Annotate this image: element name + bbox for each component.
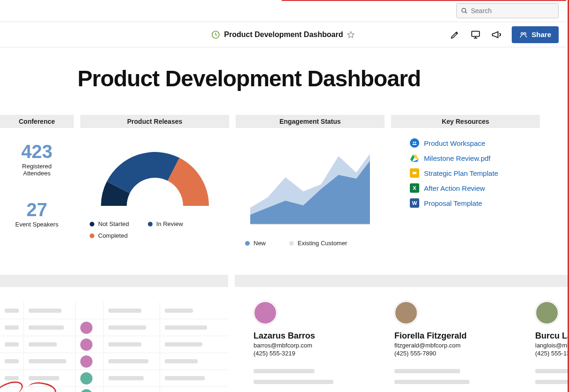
avatar	[535, 301, 559, 324]
panel-contacts: Lazarus Barros barros@mbfcorp.com (425) …	[235, 275, 569, 392]
dashboard-icon	[211, 30, 220, 39]
google-drive-icon	[410, 153, 419, 163]
announce-button[interactable]	[491, 30, 501, 40]
avatar	[80, 322, 92, 334]
card-conference: Conference 423 Registered Attendees 27 E…	[0, 115, 74, 247]
breadcrumb-title: Product Development Dashboard	[224, 30, 343, 39]
pencil-icon	[450, 30, 460, 39]
legend-in-review: In Review	[148, 220, 183, 227]
svg-line-1	[465, 12, 467, 13]
svg-point-7	[521, 32, 523, 35]
share-button[interactable]: Share	[512, 26, 559, 43]
contact-email: langlois@mbfcorp.com	[535, 342, 569, 349]
table-row[interactable]	[0, 336, 228, 353]
panel-contacts-header	[235, 275, 569, 287]
stat-event-speakers-value: 27	[0, 200, 74, 219]
search-icon	[461, 7, 468, 15]
card-header-releases: Product Releases	[80, 115, 229, 128]
engagement-legend: New Existing Customer	[245, 240, 384, 247]
page-title: Product Development Dashboard	[77, 66, 421, 91]
title-bar: Product Development Dashboard Share	[0, 22, 566, 47]
resource-milestone-review[interactable]: Milestone Review.pdf	[410, 153, 540, 163]
avatar	[80, 339, 92, 351]
contact-email: fitzgerald@mbfcorp.com	[394, 342, 516, 349]
monitor-icon	[470, 30, 481, 40]
avatar	[394, 301, 418, 324]
card-header-conference: Conference	[0, 115, 74, 128]
svg-rect-4	[472, 31, 480, 36]
area-chart	[248, 137, 372, 226]
svg-rect-15	[413, 172, 416, 174]
card-engagement-status: Engagement Status New Existing Customer	[236, 115, 384, 247]
search-box[interactable]	[456, 3, 559, 18]
excel-icon: X	[410, 183, 419, 193]
table-row[interactable]	[0, 353, 228, 369]
svg-point-0	[462, 8, 466, 13]
contact-name: Lazarus Barros	[254, 331, 376, 341]
contact-name: Burcu Langlois	[535, 331, 569, 341]
search-input[interactable]	[471, 7, 554, 15]
svg-point-11	[415, 142, 416, 143]
contact-card[interactable]: Burcu Langlois langlois@mbfcorp.com (425…	[535, 301, 569, 384]
card-key-resources: Key Resources Product Workspace Mileston…	[391, 115, 540, 247]
contact-phone: (425) 555-7890	[394, 350, 516, 357]
svg-point-8	[524, 32, 526, 35]
legend-new: New	[245, 240, 266, 247]
contact-card[interactable]: Lazarus Barros barros@mbfcorp.com (425) …	[254, 301, 376, 384]
present-button[interactable]	[470, 30, 481, 40]
people-icon	[519, 30, 528, 39]
legend-existing: Existing Customer	[289, 240, 347, 247]
stat-registered-attendees-value: 423	[0, 142, 74, 161]
resource-product-workspace[interactable]: Product Workspace	[410, 138, 540, 148]
megaphone-icon	[491, 30, 501, 40]
bottom-row: Lazarus Barros barros@mbfcorp.com (425) …	[0, 275, 566, 392]
donut-chart	[92, 136, 218, 213]
cards-row: Conference 423 Registered Attendees 27 E…	[0, 115, 566, 247]
stat-registered-attendees-label: Registered Attendees	[0, 163, 74, 177]
avatar	[254, 301, 277, 324]
share-label: Share	[531, 30, 551, 38]
avatar	[80, 372, 92, 384]
releases-legend: Not Started In Review Completed	[90, 220, 220, 239]
table-row[interactable]	[0, 319, 228, 336]
panel-table-header	[0, 275, 228, 287]
panel-table	[0, 275, 228, 392]
table-skeleton	[0, 302, 228, 392]
resource-after-action-review[interactable]: X After Action Review	[410, 183, 540, 193]
edit-button[interactable]	[450, 30, 460, 40]
contact-email: barros@mbfcorp.com	[254, 342, 376, 349]
people-circle-icon	[410, 138, 419, 148]
card-product-releases: Product Releases Not Started In Review	[80, 115, 229, 247]
contact-card[interactable]: Fiorella Fitzgerald fitzgerald@mbfcorp.c…	[394, 301, 516, 384]
top-bar	[0, 0, 566, 22]
stat-event-speakers-label: Event Speakers	[0, 221, 74, 228]
avatar	[80, 355, 92, 368]
favorite-button[interactable]	[347, 30, 355, 39]
legend-completed: Completed	[90, 232, 128, 239]
contact-phone: (425) 555-1387	[535, 350, 569, 357]
card-header-engagement: Engagement Status	[236, 115, 384, 128]
table-header-row	[0, 302, 228, 319]
contact-name: Fiorella Fitzgerald	[394, 331, 516, 341]
contact-phone: (425) 555-3219	[254, 350, 376, 357]
svg-point-10	[413, 142, 415, 143]
google-slides-icon	[410, 168, 419, 178]
card-header-resources: Key Resources	[391, 115, 540, 128]
star-icon	[347, 30, 355, 39]
legend-not-started: Not Started	[90, 220, 129, 227]
avatar	[80, 389, 92, 392]
word-icon: W	[410, 198, 419, 208]
svg-marker-3	[348, 31, 354, 38]
resource-strategic-plan[interactable]: Strategic Plan Template	[410, 168, 540, 178]
resource-proposal-template[interactable]: W Proposal Template	[410, 198, 540, 208]
